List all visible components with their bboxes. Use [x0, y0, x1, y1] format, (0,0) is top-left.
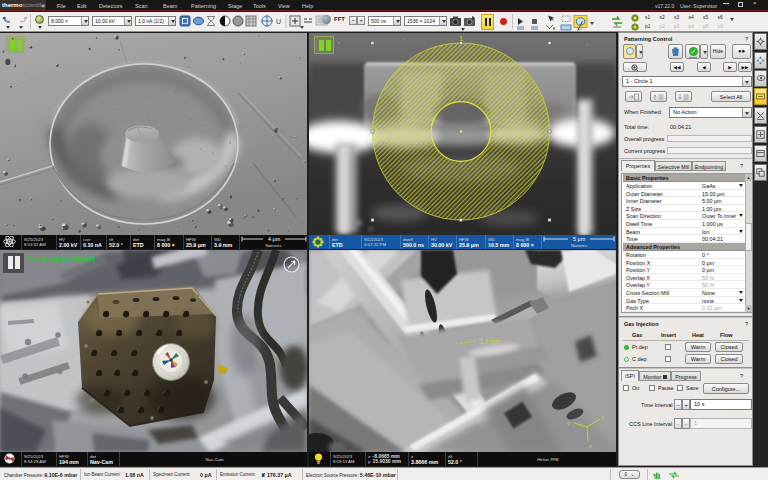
- svg-text:x: x: [601, 414, 604, 420]
- svg-text:U: U: [276, 18, 281, 25]
- svg-text:z: z: [589, 443, 592, 449]
- svg-text:1: 1: [459, 35, 463, 42]
- svg-text:3.9 mm: 3.9 mm: [479, 338, 501, 345]
- svg-text:y: y: [567, 420, 570, 426]
- svg-text:5 μm: 5 μm: [573, 236, 586, 242]
- svg-text:4 μm: 4 μm: [268, 236, 281, 242]
